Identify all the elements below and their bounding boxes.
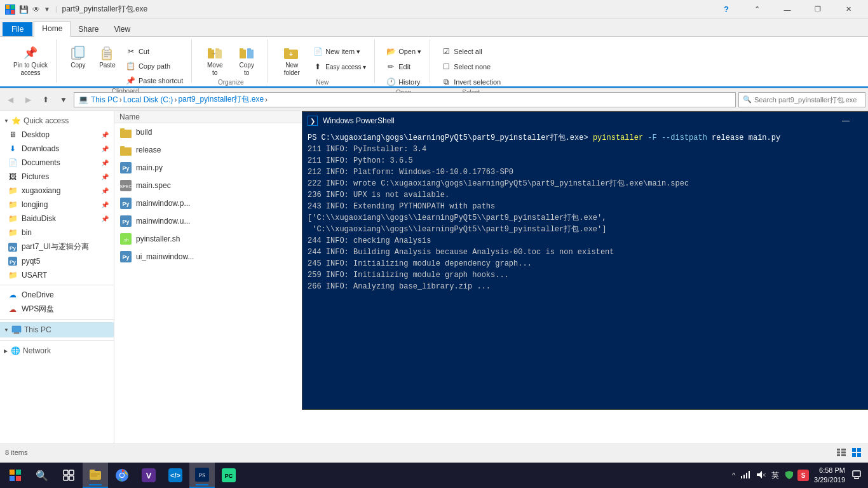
search-button[interactable]: 🔍 [29,463,55,488]
pyqt5-label: pyqt5 [22,257,40,266]
forward-button[interactable]: ▶ [20,92,36,107]
svg-rect-53 [837,454,840,456]
svg-rect-84 [746,473,747,478]
desktop-label: Desktop [22,130,50,139]
sidebar-item-thispc[interactable]: ▼ This PC [0,322,114,337]
sidebar-item-longjing[interactable]: 📁 longjing 📌 [0,198,114,212]
thispc-label: This PC [24,325,51,334]
pin-quick-access-button[interactable]: 📌 Pin to Quickaccess [10,42,51,79]
ime-icon[interactable]: 英 [770,470,781,481]
view-details-btn[interactable] [835,446,848,459]
svg-text:)))): )))) [763,473,766,477]
ribbon: File Home Share View 📌 Pin to Quickacces… [0,19,868,88]
quick-access-header[interactable]: ▼ ⭐ Quick access [0,114,114,128]
sidebar-item-pyqt5[interactable]: Py pyqt5 [0,254,114,268]
path-current[interactable]: part9_pyinstaller打包.exe [178,94,264,105]
new-item-button[interactable]: 📄 New item ▾ [309,44,369,58]
volume-icon[interactable]: )))) [754,470,767,482]
svg-rect-83 [743,475,745,478]
svg-text:Py: Py [122,165,129,172]
file-name-pyinstallersh: pyinstaller.sh [136,234,180,243]
edit-button[interactable]: ✏ Edit [383,60,424,74]
network-tray-icon[interactable] [739,470,752,482]
app-icon [5,4,15,15]
vscode-taskbar-btn[interactable]: </> [163,463,188,488]
history-button[interactable]: 🕐 History [383,75,424,89]
maximize-button[interactable]: ❐ [803,0,832,19]
sogou-icon[interactable]: S [797,470,809,481]
select-all-button[interactable]: ☑ Select all [438,44,504,58]
back-button[interactable]: ◀ [3,92,18,107]
path-this-pc[interactable]: This PC [91,95,118,104]
select-buttons: ☑ Select all ☐ Select none ⧉ Invert sele… [438,39,504,89]
svg-rect-6 [75,46,84,57]
tab-file[interactable]: File [3,22,32,36]
recent-locations-button[interactable]: ▼ [56,92,71,107]
sidebar-item-documents[interactable]: 📄 Documents 📌 [0,156,114,170]
bin-icon: 📁 [8,227,18,238]
taskbar-clock[interactable]: 6:58 PM 3/29/2019 [811,466,848,485]
sidebar-item-baidudisk[interactable]: 📁 BaiduDisk 📌 [0,212,114,226]
sidebar-item-pictures[interactable]: 🖼 Pictures 📌 [0,170,114,184]
ps-line-14: 266 INFO: Analyzing base_library.zip ... [308,281,868,292]
copy-label: Copy [71,62,85,69]
select-none-button[interactable]: ☐ Select none [438,60,504,74]
view-tiles-btn[interactable] [850,446,863,459]
cut-button[interactable]: ✂ Cut [123,44,186,58]
path-local-disk[interactable]: Local Disk (C:) [123,95,173,104]
paste-shortcut-button[interactable]: 📌 Paste shortcut [123,74,186,88]
task-view-button[interactable] [56,463,81,488]
new-folder-button[interactable]: + Newfolder [275,42,308,79]
qat-dropdown[interactable]: ▼ [43,6,51,13]
paste-button[interactable]: Paste [93,42,121,71]
ps-minimize-btn[interactable]: — [831,112,860,130]
qat-icon2[interactable]: 👁 [31,5,41,14]
explorer-taskbar-btn[interactable] [83,463,108,488]
tab-share[interactable]: Share [71,22,106,36]
sidebar-item-desktop[interactable]: 🖥 Desktop 📌 [0,128,114,142]
tab-home[interactable]: Home [34,21,71,37]
svg-rect-34 [120,146,125,149]
copy-path-button[interactable]: 📋 Copy path [123,59,186,73]
open-button[interactable]: 📂 Open ▾ [383,44,424,58]
up-button[interactable]: ⬆ [38,92,53,107]
ps-line-10: 244 INFO: checking Analysis [308,235,868,247]
search-box[interactable]: 🔍 [738,92,865,107]
address-path[interactable]: 💻 This PC › Local Disk (C:) › part9_pyin… [74,92,736,107]
sidebar-item-part7[interactable]: Py part7_UI与逻辑分离 [0,240,114,254]
sidebar-item-xugaoxiang[interactable]: 📁 xugaoxiang 📌 [0,184,114,198]
shell-icon-pyinstallersh: .sh [119,233,132,245]
xugaoxiang-pin-icon: 📌 [101,187,109,194]
minimize-button[interactable]: — [773,0,802,19]
close-button[interactable]: ✕ [834,0,863,19]
svg-rect-20 [247,48,251,50]
ps-maximize-btn[interactable]: ❐ [860,112,868,130]
help-button[interactable]: ? [712,0,741,19]
title-bar-left: 💾 👁 ▼ | part9_pyinstaller打包.exe [5,4,147,15]
start-button[interactable] [3,463,28,488]
ribbon-toggle[interactable]: ⌃ [742,0,771,19]
vs-taskbar-btn[interactable]: V [136,463,161,488]
search-input[interactable] [754,96,861,104]
move-to-button[interactable]: → Moveto [200,42,230,79]
action-center-icon[interactable] [850,470,863,481]
security-icon[interactable] [783,470,795,481]
organize-buttons: → Moveto Copyto [200,39,262,79]
chrome-taskbar-btn[interactable] [109,463,135,488]
qat-icon1[interactable]: 💾 [18,5,30,14]
sidebar-item-network[interactable]: ▶ 🌐 Network [0,343,114,358]
ps-content[interactable]: PS C:\xugaoxiang\gogs\learningPyQt5\part… [302,130,868,409]
sidebar-item-wps[interactable]: ☁ WPS网盘 [0,302,114,316]
sidebar-item-bin[interactable]: 📁 bin [0,226,114,240]
sidebar-item-usart[interactable]: 📁 USART [0,268,114,282]
easy-access-button[interactable]: ⬆ Easy access ▾ [309,60,369,74]
tab-view[interactable]: View [106,22,138,36]
powershell-taskbar-btn[interactable]: PS [189,463,215,488]
sidebar-item-downloads[interactable]: ⬇ Downloads 📌 [0,142,114,156]
pycharm-taskbar-btn[interactable]: PC [216,463,241,488]
show-hidden-icons[interactable]: ^ [731,471,736,479]
copy-to-button[interactable]: Copyto [231,42,262,79]
sidebar-item-onedrive[interactable]: ☁ OneDrive [0,288,114,302]
copy-button[interactable]: Copy [64,42,92,71]
invert-button[interactable]: ⧉ Invert selection [438,75,504,89]
